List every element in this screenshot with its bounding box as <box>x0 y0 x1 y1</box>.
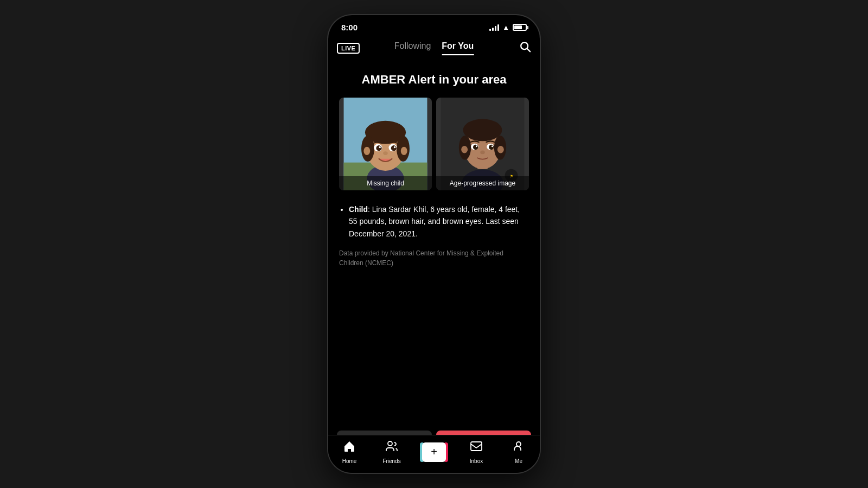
svg-point-32 <box>476 145 477 147</box>
svg-point-38 <box>516 442 521 446</box>
svg-point-17 <box>394 146 395 148</box>
svg-point-23 <box>463 119 502 141</box>
svg-point-16 <box>379 146 381 148</box>
svg-point-27 <box>497 146 504 153</box>
time: 8:00 <box>341 23 358 32</box>
inbox-icon <box>470 440 483 456</box>
child-info: Child: Lina Sardar Khil, 6 years old, fe… <box>339 201 529 277</box>
friends-label: Friends <box>382 458 400 464</box>
plus-icon: + <box>422 442 446 462</box>
signal-icon <box>489 24 499 31</box>
status-bar: 8:00 ▲ <box>328 15 540 36</box>
photos-row: Missing child <box>339 98 529 190</box>
svg-point-34 <box>480 150 485 154</box>
aged-photo: ⚑ Age-progressed image <box>436 98 529 190</box>
alert-title: AMBER Alert in your area <box>339 73 529 87</box>
nav-item-home[interactable]: Home <box>333 440 366 464</box>
tab-for-you[interactable]: For You <box>442 41 474 55</box>
nav-item-add[interactable]: + <box>418 442 450 462</box>
svg-line-1 <box>527 48 530 52</box>
live-badge: LIVE <box>337 43 360 54</box>
svg-point-31 <box>489 145 494 150</box>
svg-point-30 <box>473 145 478 150</box>
inbox-label: Inbox <box>470 458 483 464</box>
me-label: Me <box>515 458 522 464</box>
nav-tabs: Following For You <box>394 41 474 55</box>
svg-point-10 <box>363 147 370 155</box>
home-icon <box>343 440 356 456</box>
home-label: Home <box>342 458 357 464</box>
bottom-nav: Home Friends + <box>328 435 540 473</box>
svg-point-37 <box>388 441 392 446</box>
child-info-item: Child: Lina Sardar Khil, 6 years old, fe… <box>349 203 529 240</box>
aged-photo-label: Age-progressed image <box>436 176 529 190</box>
svg-point-14 <box>376 145 381 151</box>
wifi-icon: ▲ <box>502 23 509 31</box>
nav-item-friends[interactable]: Friends <box>375 440 408 464</box>
child-info-list: Child: Lina Sardar Khil, 6 years old, fe… <box>339 203 529 240</box>
add-button[interactable]: + <box>422 442 446 462</box>
child-description: : Lina Sardar Khil, 6 years old, female,… <box>349 205 520 238</box>
svg-point-33 <box>492 145 493 147</box>
nav-header: LIVE Following For You <box>328 36 540 62</box>
battery-icon <box>513 24 527 31</box>
svg-point-18 <box>383 151 388 155</box>
status-icons: ▲ <box>489 23 527 31</box>
tab-following[interactable]: Following <box>394 41 431 55</box>
phone-frame: 8:00 ▲ LIVE Following For You AMBER Aler… <box>328 15 540 473</box>
data-source: Data provided by National Center for Mis… <box>339 248 529 268</box>
profile-icon <box>512 440 525 456</box>
svg-point-15 <box>391 145 397 151</box>
child-label: Child <box>349 205 368 214</box>
svg-point-26 <box>461 146 468 153</box>
search-button[interactable] <box>519 41 531 55</box>
content-area: AMBER Alert in your area <box>328 62 540 424</box>
nav-item-me[interactable]: Me <box>502 440 535 464</box>
friends-icon <box>385 440 398 456</box>
missing-child-photo: Missing child <box>339 98 432 190</box>
svg-point-11 <box>401 147 407 155</box>
missing-child-label: Missing child <box>339 176 432 190</box>
nav-item-inbox[interactable]: Inbox <box>460 440 493 464</box>
